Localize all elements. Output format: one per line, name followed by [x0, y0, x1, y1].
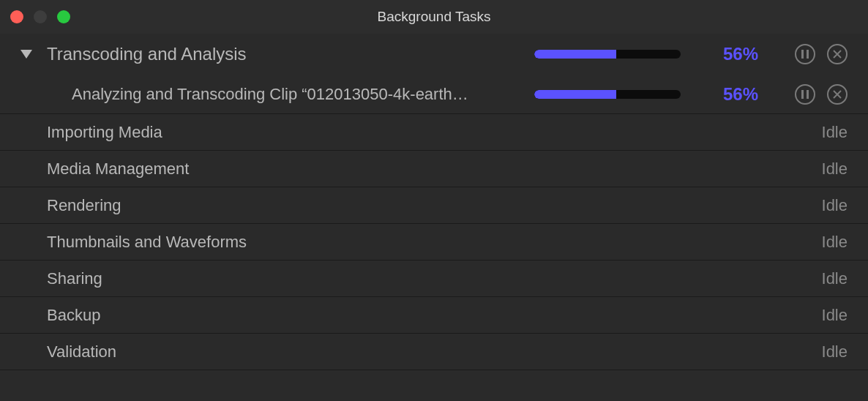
task-row-transcoding[interactable]: Transcoding and Analysis 56%	[0, 34, 868, 75]
task-label: Sharing	[47, 269, 822, 288]
task-controls	[795, 84, 848, 105]
svg-rect-2	[807, 50, 809, 59]
cancel-button[interactable]	[827, 44, 848, 64]
task-status: Idle	[822, 233, 848, 252]
task-status: Idle	[822, 306, 848, 325]
progress-bar	[534, 50, 681, 59]
progress-section: 56%	[534, 44, 848, 64]
disclosure-triangle-icon[interactable]	[20, 50, 47, 59]
task-row[interactable]: BackupIdle	[0, 297, 868, 334]
task-row[interactable]: RenderingIdle	[0, 187, 868, 224]
pause-button[interactable]	[795, 84, 815, 105]
task-label: Transcoding and Analysis	[47, 44, 534, 64]
progress-bar	[534, 90, 681, 99]
close-icon	[833, 90, 842, 99]
task-label: Analyzing and Transcoding Clip “01201305…	[72, 85, 534, 104]
traffic-lights	[10, 10, 70, 23]
task-row-transcoding-child[interactable]: Analyzing and Transcoding Clip “01201305…	[0, 75, 868, 114]
task-label: Thumbnails and Waveforms	[47, 233, 822, 252]
task-label: Media Management	[47, 160, 822, 179]
close-window-button[interactable]	[10, 10, 23, 23]
task-status: Idle	[822, 196, 848, 215]
task-row[interactable]: Thumbnails and WaveformsIdle	[0, 224, 868, 261]
task-label: Validation	[47, 342, 822, 361]
pause-button[interactable]	[795, 44, 815, 64]
progress-fill	[534, 50, 616, 59]
svg-rect-1	[801, 50, 804, 59]
background-tasks-window: Background Tasks Transcoding and Analysi…	[0, 0, 868, 401]
titlebar[interactable]: Background Tasks	[0, 0, 868, 34]
task-status: Idle	[822, 123, 848, 142]
task-row[interactable]: Media ManagementIdle	[0, 151, 868, 187]
task-status: Idle	[822, 160, 848, 179]
task-status: Idle	[822, 342, 848, 361]
svg-marker-0	[20, 50, 32, 59]
progress-percent: 56%	[706, 44, 758, 64]
task-status: Idle	[822, 269, 848, 288]
task-row[interactable]: SharingIdle	[0, 261, 868, 297]
progress-fill	[534, 90, 616, 99]
task-controls	[795, 44, 848, 64]
task-row[interactable]: ValidationIdle	[0, 334, 868, 370]
close-icon	[833, 50, 842, 59]
task-list: Transcoding and Analysis 56% Analyzin	[0, 34, 868, 401]
cancel-button[interactable]	[827, 84, 848, 105]
svg-rect-5	[801, 90, 804, 99]
pause-icon	[801, 50, 809, 59]
progress-percent: 56%	[706, 84, 758, 105]
task-row[interactable]: Importing MediaIdle	[0, 114, 868, 151]
progress-section: 56%	[534, 84, 848, 105]
window-title: Background Tasks	[378, 9, 491, 25]
task-label: Rendering	[47, 196, 822, 215]
pause-icon	[801, 90, 809, 99]
task-label: Backup	[47, 306, 822, 325]
zoom-window-button[interactable]	[57, 10, 70, 23]
task-label: Importing Media	[47, 123, 822, 142]
minimize-window-button[interactable]	[34, 10, 47, 23]
svg-rect-6	[807, 90, 809, 99]
